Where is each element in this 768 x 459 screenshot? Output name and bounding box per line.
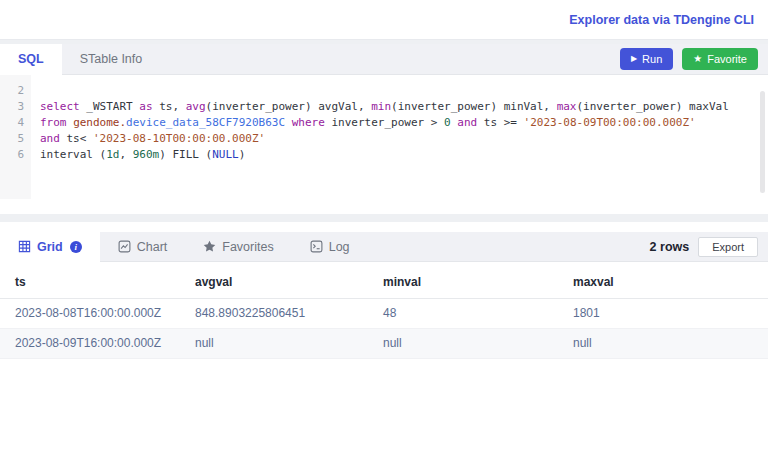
grid-icon (18, 240, 31, 253)
run-button-label: Run (642, 53, 662, 65)
code-token-atom: NULL (212, 148, 239, 161)
tab-chart[interactable]: Chart (100, 232, 186, 261)
line-number: 6 (0, 147, 31, 163)
code-token-pl: inverter_power > (331, 116, 444, 129)
tab-label-log: Log (329, 240, 350, 254)
code-token-kw: and (457, 116, 484, 129)
table-cell: 1801 (573, 299, 768, 329)
tab-log[interactable]: Log (292, 232, 368, 261)
code-token-pl: ) FILL ( (159, 148, 212, 161)
column-header-ts: ts (0, 267, 195, 299)
code-token-kw: avg (186, 100, 206, 113)
code-token-sch: gendome. (73, 116, 126, 129)
table-cell: 2023-08-09T16:00:00.000Z (0, 329, 195, 359)
sql-tabbar: SQLSTable Info ▶ Run ★ Favorite (0, 44, 768, 75)
export-button[interactable]: Export (698, 237, 758, 257)
log-icon (310, 240, 323, 253)
code-token-kw: select (40, 100, 86, 113)
panel-gap (0, 214, 768, 222)
chart-icon (118, 240, 131, 253)
code-token-num: 960m (133, 148, 160, 161)
code-line: select _WSTART as ts, avg(inverter_power… (40, 99, 729, 115)
code-line: from gendome.device_data_58CF7920B63C wh… (40, 115, 729, 131)
explorer-cli-link[interactable]: Explorer data via TDengine CLI (569, 13, 754, 27)
column-header-minval: minval (383, 267, 573, 299)
result-table: tsavgvalminvalmaxval 2023-08-08T16:00:00… (0, 267, 768, 359)
table-row: 2023-08-09T16:00:00.000Znullnullnull (0, 329, 768, 359)
result-tabbar: GridiChartFavoritesLog 2 rows Export (0, 232, 768, 262)
code-token-pl: ts, (159, 100, 186, 113)
result-tabs-container: GridiChartFavoritesLog (0, 232, 368, 261)
table-cell: 848.8903225806451 (195, 299, 383, 329)
table-cell: 48 (383, 299, 573, 329)
row-count: 2 rows (650, 240, 690, 254)
table-row: 2023-08-08T16:00:00.000Z848.890322580645… (0, 299, 768, 329)
code-token-kw: where (292, 116, 332, 129)
result-actions: 2 rows Export (650, 232, 768, 261)
editor-line-number-gutter: 23456 (0, 75, 31, 199)
table-cell: null (383, 329, 573, 359)
star-icon (203, 240, 216, 253)
code-token-tbl: device_data_58CF7920B63C (126, 116, 292, 129)
tab-grid[interactable]: Gridi (0, 232, 100, 262)
line-number: 4 (0, 115, 31, 131)
line-number: 2 (0, 83, 31, 99)
sql-tabs-container: SQLSTable Info (0, 44, 160, 74)
code-token-pl: (inverter_power) avgVal, (206, 100, 372, 113)
column-header-maxval: maxval (573, 267, 768, 299)
top-header: Explorer data via TDengine CLI (0, 0, 768, 40)
code-line (40, 83, 729, 99)
star-icon: ★ (693, 54, 702, 64)
code-token-pl: , (119, 148, 132, 161)
tab-label-favorites: Favorites (222, 240, 273, 254)
code-token-kw: from (40, 116, 73, 129)
table-cell: 2023-08-08T16:00:00.000Z (0, 299, 195, 329)
sql-card: SQLSTable Info ▶ Run ★ Favorite 23456 se… (0, 44, 768, 214)
editor-code-area[interactable]: select _WSTART as ts, avg(inverter_power… (31, 75, 729, 214)
column-header-avgval: avgval (195, 267, 383, 299)
table-cell: null (195, 329, 383, 359)
code-token-pl: ts< (67, 132, 94, 145)
result-table-header-row: tsavgvalminvalmaxval (0, 267, 768, 299)
tab-stable-info[interactable]: STable Info (62, 44, 161, 74)
code-token-str: '2023-08-09T00:00:00.000Z' (524, 116, 696, 129)
code-token-pl: _WSTART (86, 100, 139, 113)
code-token-pl: ts >= (484, 116, 524, 129)
tab-label-chart: Chart (137, 240, 168, 254)
line-number: 5 (0, 131, 31, 147)
code-token-num: 1d (106, 148, 119, 161)
editor-scrollbar[interactable] (760, 91, 765, 193)
run-button[interactable]: ▶ Run (620, 48, 673, 70)
sql-actions: ▶ Run ★ Favorite (620, 44, 768, 74)
code-line: interval (1d, 960m) FILL (NULL) (40, 147, 729, 163)
code-token-kw: max (557, 100, 577, 113)
favorite-button[interactable]: ★ Favorite (682, 48, 758, 70)
line-number: 3 (0, 99, 31, 115)
result-card: GridiChartFavoritesLog 2 rows Export tsa… (0, 222, 768, 458)
code-token-pl: ) (239, 148, 246, 161)
code-token-kw: min (371, 100, 391, 113)
code-token-str: '2023-08-10T00:00:00.000Z' (93, 132, 265, 145)
code-token-kw: as (139, 100, 159, 113)
tab-label-grid: Grid (37, 240, 63, 254)
code-token-pl: interval ( (40, 148, 106, 161)
favorite-button-label: Favorite (707, 53, 747, 65)
code-line: and ts< '2023-08-10T00:00:00.000Z' (40, 131, 729, 147)
code-token-pl: (inverter_power) minVal, (391, 100, 557, 113)
tab-favorites[interactable]: Favorites (185, 232, 291, 261)
tab-sql[interactable]: SQL (0, 44, 62, 75)
info-icon[interactable]: i (70, 241, 82, 253)
table-cell: null (573, 329, 768, 359)
sql-editor[interactable]: 23456 select _WSTART as ts, avg(inverter… (0, 75, 768, 214)
play-icon: ▶ (631, 55, 637, 63)
code-token-kw: and (40, 132, 67, 145)
code-token-pl: (inverter_power) maxVal (577, 100, 729, 113)
code-token-num: 0 (444, 116, 457, 129)
